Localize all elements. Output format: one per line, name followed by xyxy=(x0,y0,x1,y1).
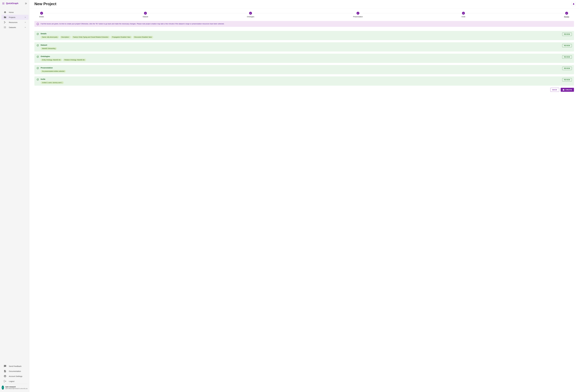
document-icon xyxy=(3,370,6,373)
step-label: Dataset xyxy=(143,16,148,18)
create-button-label: CREATE xyxy=(566,89,572,91)
review-card-body: PreannotationNo preannotated entities se… xyxy=(41,67,561,73)
app-root: QuickGraph Home Projects xyxy=(0,0,579,392)
sidebar-item-logout[interactable]: Logout xyxy=(1,379,29,384)
chip-row: Entity Ontology: MaintIE-liteRelation On… xyxy=(41,58,561,61)
review-card: PreannotationNo preannotated entities se… xyxy=(34,65,574,74)
chip: Entity Ontology: MaintIE-lite xyxy=(41,58,62,61)
check-circle-icon xyxy=(37,56,39,58)
step-preannotation[interactable]: Preannotation xyxy=(353,12,363,18)
notifications-button[interactable] xyxy=(572,2,576,6)
check-circle-icon xyxy=(37,33,39,35)
check-circle-icon xyxy=(37,44,39,47)
sidebar-bottom: Send Feedback Documentation Account Sett… xyxy=(0,362,29,392)
stepper: Details Dataset Ontologies Preannotation xyxy=(34,12,574,18)
sidebar-item-label: Projects xyxy=(9,16,22,18)
page-title: New Project xyxy=(34,2,572,6)
review-button[interactable]: REVIEW xyxy=(562,33,572,36)
sidebar-item-home[interactable]: Home xyxy=(1,10,29,15)
chip-row: Invited 1 users: dummy-user-1 xyxy=(41,81,561,84)
step-label: Ontologies xyxy=(247,16,254,18)
back-button[interactable]: BACK xyxy=(550,88,559,92)
step-details[interactable]: Details xyxy=(39,12,44,18)
step-done-icon xyxy=(40,12,43,15)
feedback-icon xyxy=(3,365,6,367)
step-dataset[interactable]: Dataset xyxy=(143,12,148,18)
sidebar-item-datasets[interactable]: Datasets xyxy=(1,25,29,30)
chip-row: MaintIE Onboarding xyxy=(41,47,561,50)
svg-point-19 xyxy=(4,27,4,27)
svg-rect-8 xyxy=(4,4,4,4)
svg-line-16 xyxy=(4,22,5,23)
sidebar-item-documentation[interactable]: Documentation xyxy=(1,369,29,374)
step-label: Review xyxy=(564,16,569,18)
svg-rect-7 xyxy=(3,4,3,4)
bell-icon xyxy=(573,3,575,5)
sidebar: QuickGraph Home Projects xyxy=(0,0,29,392)
review-card-title: Dataset xyxy=(41,44,561,46)
step-label: Invite xyxy=(461,16,465,18)
review-card-title: Preannotation xyxy=(41,67,561,69)
step-ontologies[interactable]: Ontologies xyxy=(247,12,254,18)
sidebar-item-feedback[interactable]: Send Feedback xyxy=(1,364,29,369)
footer-actions: BACK CREATE xyxy=(34,88,574,92)
sidebar-main-nav: Home Projects Resources xyxy=(0,7,29,362)
step-done-icon xyxy=(249,12,252,15)
user-text: tyler-research tyler.bikaun@research.uwa… xyxy=(5,386,28,389)
user-profile-row[interactable]: t tyler-research tyler.bikaun@research.u… xyxy=(0,385,29,391)
sidebar-item-label: Documentation xyxy=(9,370,26,372)
user-name: tyler-research xyxy=(5,386,28,388)
chip-row: No preannotated entities selected xyxy=(41,70,561,73)
sidebar-item-label: Logout xyxy=(9,380,26,382)
sidebar-item-account[interactable]: Account Settings xyxy=(1,374,29,379)
avatar: t xyxy=(2,386,4,390)
topbar: New Project xyxy=(29,0,579,8)
chevron-down-icon xyxy=(24,21,26,23)
chip: Description: xyxy=(60,36,71,38)
review-button[interactable]: REVIEW xyxy=(562,78,572,81)
step-review[interactable]: Review xyxy=(564,12,569,18)
create-button[interactable]: CREATE xyxy=(561,88,574,92)
review-button[interactable]: REVIEW xyxy=(562,67,572,70)
chip: MaintIE Onboarding xyxy=(41,47,57,50)
check-circle-icon xyxy=(37,78,39,81)
info-banner: If all the boxes are green, its time to … xyxy=(34,21,574,27)
review-card-title: Ontologies xyxy=(41,55,561,57)
account-icon xyxy=(3,375,6,378)
review-button[interactable]: REVIEW xyxy=(562,55,572,59)
sidebar-item-projects[interactable]: Projects xyxy=(1,15,29,20)
svg-rect-4 xyxy=(3,3,3,3)
review-card: InviteInvited 1 users: dummy-user-1REVIE… xyxy=(34,76,574,86)
svg-rect-12 xyxy=(4,21,5,22)
step-done-icon xyxy=(462,12,465,15)
step-invite[interactable]: Invite xyxy=(461,12,465,18)
svg-rect-13 xyxy=(4,23,5,23)
sidebar-item-label: Datasets xyxy=(9,26,22,28)
home-icon xyxy=(3,11,6,13)
chip-row: Name: silly-donut-partyDescription:Task(… xyxy=(41,36,561,38)
collapse-sidebar-icon[interactable] xyxy=(25,2,27,5)
sidebar-item-resources[interactable]: Resources xyxy=(1,20,29,25)
svg-rect-3 xyxy=(2,3,3,3)
svg-point-21 xyxy=(4,28,4,28)
chevron-down-icon xyxy=(24,26,26,28)
svg-point-17 xyxy=(4,27,4,27)
list-icon xyxy=(3,26,6,29)
step-done-icon xyxy=(357,12,360,15)
svg-rect-14 xyxy=(5,22,5,23)
main-content: New Project Details Dataset xyxy=(29,0,579,392)
folder-icon xyxy=(3,16,6,19)
chip: Invited 1 users: dummy-user-1 xyxy=(41,81,64,84)
brand-grid-icon xyxy=(2,2,4,5)
review-card: DetailsName: silly-donut-partyDescriptio… xyxy=(34,31,574,40)
chip: No preannotated entities selected xyxy=(41,70,66,73)
review-card: OntologiesEntity Ontology: MaintIE-liteR… xyxy=(34,54,574,63)
svg-rect-6 xyxy=(2,4,3,4)
review-card-title: Details xyxy=(41,33,561,35)
chip: Task(s): Entity Typing and Closed Relati… xyxy=(72,36,110,38)
info-icon xyxy=(37,23,39,25)
step-done-icon xyxy=(565,12,568,15)
logout-icon xyxy=(3,380,6,383)
review-button[interactable]: REVIEW xyxy=(562,44,572,47)
svg-rect-1 xyxy=(3,2,3,3)
